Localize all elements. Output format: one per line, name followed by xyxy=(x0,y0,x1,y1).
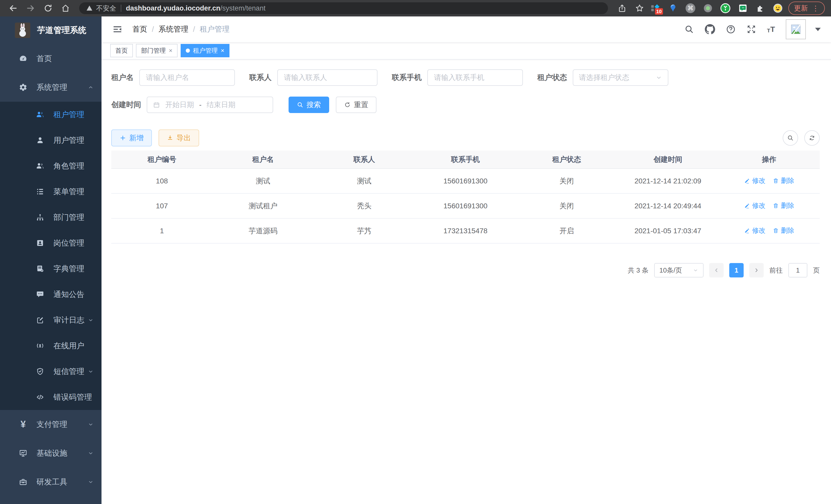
date-start-placeholder: 开始日期 xyxy=(165,100,194,110)
security-label: 不安全 xyxy=(96,4,116,13)
mobile-input[interactable] xyxy=(427,69,523,86)
col-actions: 操作 xyxy=(718,151,820,169)
reload-icon[interactable] xyxy=(41,1,55,15)
sidebar-item-system[interactable]: 系统管理 xyxy=(0,73,102,102)
page-size-select[interactable]: 10条/页 xyxy=(654,263,704,277)
breadcrumb-separator: / xyxy=(152,25,154,34)
prev-page-button[interactable] xyxy=(709,263,724,277)
close-icon[interactable]: × xyxy=(169,48,172,54)
home-glyph xyxy=(61,4,70,13)
fullscreen-icon[interactable] xyxy=(746,24,756,34)
extension-chat-icon[interactable] xyxy=(738,3,748,13)
reset-button[interactable]: 重置 xyxy=(336,97,376,113)
home-icon[interactable] xyxy=(59,1,73,15)
share-icon[interactable] xyxy=(615,1,629,15)
navbar: 首页 / 系统管理 / 租户管理 TT xyxy=(102,17,831,42)
ssl-warning[interactable]: 不安全 xyxy=(86,4,116,13)
avatar-caret-icon[interactable] xyxy=(815,28,821,31)
cell-contact: 秃头 xyxy=(314,194,415,218)
url-path: /system/tenant xyxy=(221,4,266,12)
sidebar-item-label: 支付管理 xyxy=(36,419,67,430)
extension-emoji-icon[interactable] xyxy=(772,3,783,13)
edit-link[interactable]: 修改 xyxy=(744,201,766,210)
back-icon[interactable] xyxy=(6,1,20,15)
export-button[interactable]: 导出 xyxy=(159,129,199,146)
date-range-picker[interactable]: 开始日期 - 结束日期 xyxy=(147,97,273,113)
sidebar-item-errcode[interactable]: 错误码管理 xyxy=(0,384,102,410)
sidebar-item-dict[interactable]: 字典管理 xyxy=(0,256,102,281)
breadcrumb-system[interactable]: 系统管理 xyxy=(159,24,188,34)
sidebar-item-online-user[interactable]: 在线用户 xyxy=(0,333,102,359)
browser-menu-dots-icon[interactable]: ⋮ xyxy=(812,4,819,12)
extension-balloon-icon[interactable] xyxy=(667,3,678,13)
filter-row-2: 创建时间 开始日期 - 结束日期 搜索 重置 xyxy=(111,97,820,113)
hamburger-icon[interactable] xyxy=(110,24,125,34)
extensions-puzzle-icon[interactable] xyxy=(755,3,766,13)
edit-link[interactable]: 修改 xyxy=(744,226,766,235)
delete-label: 删除 xyxy=(781,226,794,235)
search-icon[interactable] xyxy=(684,24,694,34)
sidebar-item-label: 错误码管理 xyxy=(53,392,92,403)
tag-tenant[interactable]: 租户管理 × xyxy=(181,44,229,57)
delete-link[interactable]: 删除 xyxy=(773,176,794,185)
col-mobile: 联系手机 xyxy=(415,151,516,169)
url-bar[interactable]: 不安全 dashboard.yudao.iocoder.cn/system/te… xyxy=(79,2,608,14)
close-icon[interactable]: × xyxy=(221,48,224,54)
forward-icon[interactable] xyxy=(24,1,37,15)
sidebar-item-pay[interactable]: ¥ 支付管理 xyxy=(0,410,102,439)
refresh-table-button[interactable] xyxy=(804,130,820,146)
status-select[interactable]: 请选择租户状态 xyxy=(573,69,668,86)
plus-icon xyxy=(119,135,126,141)
reset-button-label: 重置 xyxy=(354,100,368,110)
sidebar-item-notice[interactable]: 通知公告 xyxy=(0,281,102,307)
audit-log-icon xyxy=(35,316,45,325)
sidebar-item-post[interactable]: 岗位管理 xyxy=(0,230,102,256)
calendar-icon xyxy=(153,101,160,109)
sidebar-item-menu[interactable]: 菜单管理 xyxy=(0,179,102,205)
tag-dept[interactable]: 部门管理 × xyxy=(136,44,177,57)
dashboard-icon xyxy=(19,54,28,63)
update-button[interactable]: 更新 ⋮ xyxy=(789,2,825,15)
edit-link[interactable]: 修改 xyxy=(744,176,766,185)
delete-link[interactable]: 删除 xyxy=(773,201,794,210)
next-page-button[interactable] xyxy=(749,263,764,277)
tag-home[interactable]: 首页 xyxy=(110,44,133,57)
github-icon[interactable] xyxy=(705,24,715,34)
errcode-code-icon xyxy=(35,392,45,402)
contact-input[interactable] xyxy=(277,69,377,86)
extension-diamond-icon[interactable]: 10 xyxy=(650,3,661,13)
sidebar-item-infra[interactable]: 基础设施 xyxy=(0,439,102,468)
font-size-icon[interactable]: TT xyxy=(767,25,775,33)
status-label: 租户状态 xyxy=(537,72,567,83)
star-glyph xyxy=(635,4,644,12)
extension-y-logo-icon[interactable] xyxy=(720,3,731,13)
show-search-button[interactable] xyxy=(783,130,798,146)
bookmark-star-icon[interactable] xyxy=(633,1,647,15)
sidebar-item-tenant[interactable]: 租户管理 xyxy=(0,102,102,127)
add-button[interactable]: 新增 xyxy=(111,129,152,146)
sidebar-item-user[interactable]: 用户管理 xyxy=(0,127,102,153)
main-area: 首页 / 系统管理 / 租户管理 TT xyxy=(102,17,831,504)
avatar[interactable] xyxy=(786,19,806,39)
navbar-actions: TT xyxy=(684,19,821,39)
extension-record-icon[interactable] xyxy=(703,3,713,13)
breadcrumb-home[interactable]: 首页 xyxy=(132,24,147,34)
page-number-current[interactable]: 1 xyxy=(729,263,744,277)
tenant-name-input[interactable] xyxy=(139,69,235,86)
date-end-placeholder: 结束日期 xyxy=(207,100,235,110)
logo-row[interactable]: 芋道管理系统 xyxy=(0,17,102,44)
search-button[interactable]: 搜索 xyxy=(289,97,329,113)
sidebar-item-label: 租户管理 xyxy=(53,110,84,120)
help-icon[interactable] xyxy=(726,24,736,34)
sidebar-item-role[interactable]: 角色管理 xyxy=(0,153,102,179)
extension-command-icon[interactable]: ⌘ xyxy=(685,3,696,13)
dept-sitemap-icon xyxy=(35,213,45,222)
sidebar-item-sms[interactable]: 短信管理 xyxy=(0,359,102,384)
delete-link[interactable]: 删除 xyxy=(773,226,794,235)
sidebar-item-devtools[interactable]: 研发工具 xyxy=(0,468,102,496)
sidebar-item-audit-log[interactable]: 审计日志 xyxy=(0,307,102,333)
sidebar-item-dept[interactable]: 部门管理 xyxy=(0,205,102,230)
goto-page-input[interactable] xyxy=(789,263,807,277)
table-row: 1 芋道源码 芋艿 17321315478 开启 2021-01-05 17:0… xyxy=(111,218,820,243)
sidebar-item-home[interactable]: 首页 xyxy=(0,44,102,73)
